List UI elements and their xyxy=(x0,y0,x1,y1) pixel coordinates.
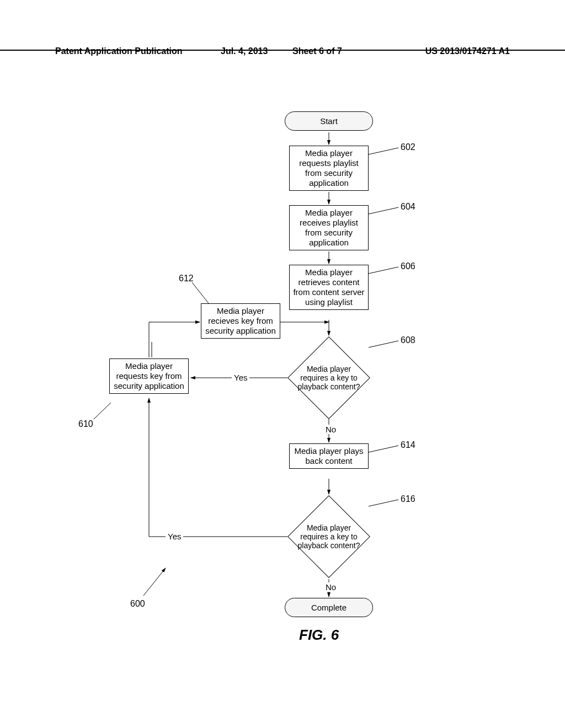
flowchart-decision-608: Media player requires a key to playback … xyxy=(287,336,370,419)
ref-label-610: 610 xyxy=(78,419,93,429)
figure-caption: FIG. 6 xyxy=(299,627,339,644)
ref-label-608: 608 xyxy=(401,335,415,345)
edge-label-no-608: No xyxy=(323,425,338,434)
flowchart-process-604: Media player receives playlist from secu… xyxy=(289,205,369,250)
edge-label-yes-616: Yes xyxy=(166,532,183,541)
edge-label-no-616: No xyxy=(323,582,338,592)
ref-label-614: 614 xyxy=(401,440,415,450)
flowchart-decision-616-text: Media player requires a key to playback … xyxy=(287,495,370,578)
svg-line-9 xyxy=(369,148,398,154)
flowchart-process-612: Media player recieves key from security … xyxy=(201,303,280,339)
ref-label-606: 606 xyxy=(401,261,415,271)
edge-label-yes-608: Yes xyxy=(232,373,249,382)
header-date: Jul. 4, 2013 xyxy=(221,46,268,56)
flowchart-decision-608-text: Media player requires a key to playback … xyxy=(287,336,370,419)
header-pub-number: US 2013/0174271 A1 xyxy=(425,46,510,56)
ref-label-602: 602 xyxy=(401,142,415,152)
flowchart-start-terminator: Start xyxy=(285,111,373,131)
flowchart-process-606: Media player retrieves content from cont… xyxy=(289,265,369,310)
header-publication-type: Patent Application Publication xyxy=(55,46,183,56)
svg-line-15 xyxy=(369,446,398,452)
svg-line-17 xyxy=(143,568,166,596)
flowchart-process-610: Media player requests key from security … xyxy=(109,358,189,394)
flowchart-complete-terminator: Complete xyxy=(285,598,373,617)
svg-line-14 xyxy=(192,282,209,303)
ref-label-612: 612 xyxy=(179,274,194,283)
flowchart-process-614: Media player plays back content xyxy=(289,443,369,469)
svg-line-13 xyxy=(94,403,111,419)
svg-line-16 xyxy=(369,500,398,506)
ref-label-600: 600 xyxy=(130,599,145,609)
ref-label-604: 604 xyxy=(401,202,415,212)
page-header: Patent Application Publication Jul. 4, 2… xyxy=(0,47,565,51)
svg-line-10 xyxy=(369,207,398,214)
flowchart-process-602: Media player requests playlist from secu… xyxy=(289,146,369,191)
svg-line-12 xyxy=(369,341,398,347)
flowchart-connectors xyxy=(0,110,565,689)
flowchart-decision-616: Media player requires a key to playback … xyxy=(287,495,370,578)
svg-line-11 xyxy=(369,267,398,274)
header-sheet: Sheet 6 of 7 xyxy=(292,46,342,56)
ref-label-616: 616 xyxy=(401,494,415,504)
